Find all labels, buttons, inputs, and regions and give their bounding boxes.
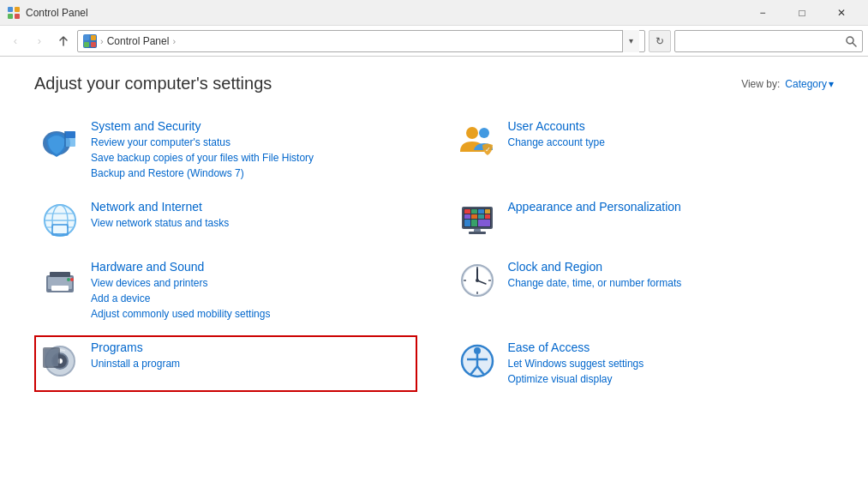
main-content: Adjust your computer's settings View by:… <box>0 57 868 500</box>
svg-rect-31 <box>464 214 470 219</box>
programs-link-1[interactable]: Uninstall a program <box>91 356 412 371</box>
programs-text: Programs Uninstall a program <box>91 340 412 371</box>
svg-point-44 <box>67 278 70 281</box>
user-accounts-text: User Accounts Change account type <box>508 119 829 150</box>
categories-grid: System and Security Review your computer… <box>34 114 834 392</box>
svg-rect-35 <box>464 220 470 226</box>
hardware-sound-link-2[interactable]: Add a device <box>91 291 412 306</box>
ease-of-access-text: Ease of Access Let Windows suggest setti… <box>508 340 829 387</box>
svg-rect-6 <box>84 42 89 47</box>
svg-rect-34 <box>485 214 490 219</box>
forward-button[interactable]: › <box>29 31 50 51</box>
path-separator: › <box>100 36 104 46</box>
hardware-sound-link-3[interactable]: Adjust commonly used mobility settings <box>91 306 412 322</box>
page-header: Adjust your computer's settings View by:… <box>34 74 834 93</box>
ease-of-access-link-2[interactable]: Optimize visual display <box>508 371 829 387</box>
minimize-button[interactable]: − <box>743 0 782 26</box>
view-by-value-text: Category <box>785 78 827 90</box>
clock-region-icon <box>457 260 498 301</box>
svg-rect-43 <box>51 286 69 291</box>
category-appearance[interactable]: Appearance and Personalization <box>452 195 835 246</box>
svg-rect-32 <box>471 214 477 219</box>
svg-rect-5 <box>91 35 96 40</box>
network-internet-link-1[interactable]: View network status and tasks <box>91 215 412 231</box>
address-icon <box>83 34 97 48</box>
system-security-icon <box>39 119 81 160</box>
svg-rect-2 <box>8 14 13 19</box>
system-security-title[interactable]: System and Security <box>91 119 412 133</box>
svg-point-14 <box>466 127 478 139</box>
page-title: Adjust your computer's settings <box>34 74 272 93</box>
system-security-text: System and Security Review your computer… <box>91 119 412 181</box>
user-accounts-icon: ✓ <box>457 119 498 160</box>
window-controls: − □ ✕ <box>743 0 861 26</box>
svg-point-64 <box>474 347 481 354</box>
svg-rect-12 <box>65 131 75 138</box>
close-button[interactable]: ✕ <box>822 0 861 26</box>
appearance-icon <box>457 200 498 241</box>
programs-icon <box>39 340 81 382</box>
programs-title[interactable]: Programs <box>91 340 412 354</box>
category-hardware-sound[interactable]: Hardware and Sound View devices and prin… <box>34 255 417 327</box>
category-network-internet[interactable]: Network and Internet View network status… <box>34 195 417 246</box>
svg-rect-33 <box>478 214 484 219</box>
network-internet-title[interactable]: Network and Internet <box>91 200 412 214</box>
ease-of-access-link-1[interactable]: Let Windows suggest settings <box>508 356 829 371</box>
svg-rect-61 <box>45 349 58 366</box>
category-programs[interactable]: Programs Uninstall a program <box>34 335 417 392</box>
clock-region-text: Clock and Region Change date, time, or n… <box>508 260 829 291</box>
svg-text:✓: ✓ <box>484 146 490 154</box>
svg-rect-29 <box>478 209 484 214</box>
clock-region-title[interactable]: Clock and Region <box>508 260 829 274</box>
svg-point-15 <box>479 128 489 138</box>
search-button[interactable] <box>840 31 862 51</box>
ease-of-access-icon <box>457 340 498 382</box>
svg-rect-37 <box>478 220 490 226</box>
path-separator-2: › <box>172 36 176 46</box>
hardware-sound-title[interactable]: Hardware and Sound <box>91 260 412 274</box>
category-user-accounts[interactable]: ✓ User Accounts Change account type <box>452 114 835 186</box>
system-security-link-1[interactable]: Review your computer's status <box>91 135 412 150</box>
user-accounts-title[interactable]: User Accounts <box>508 119 829 133</box>
svg-rect-42 <box>50 272 70 277</box>
hardware-sound-link-1[interactable]: View devices and printers <box>91 275 412 291</box>
view-by: View by: Category ▾ <box>741 78 834 90</box>
address-bar: ‹ › › Control Panel › ▾ ↻ <box>0 26 868 57</box>
ease-of-access-title[interactable]: Ease of Access <box>508 340 829 354</box>
svg-rect-39 <box>469 232 486 234</box>
category-system-security[interactable]: System and Security Review your computer… <box>34 114 417 186</box>
window-title: Control Panel <box>26 7 743 19</box>
up-button[interactable] <box>53 31 74 51</box>
view-by-dropdown[interactable]: Category ▾ <box>785 78 834 90</box>
clock-region-link-1[interactable]: Change date, time, or number formats <box>508 275 829 291</box>
system-security-link-2[interactable]: Save backup copies of your files with Fi… <box>91 150 412 166</box>
svg-rect-3 <box>15 14 20 19</box>
view-by-arrow: ▾ <box>829 78 834 90</box>
user-accounts-link-1[interactable]: Change account type <box>508 135 829 150</box>
system-security-link-3[interactable]: Backup and Restore (Windows 7) <box>91 166 412 181</box>
address-dropdown-button[interactable]: ▾ <box>622 30 639 52</box>
maximize-button[interactable]: □ <box>782 0 822 26</box>
svg-rect-36 <box>471 220 477 226</box>
hardware-sound-icon <box>39 260 81 301</box>
svg-rect-0 <box>8 7 13 12</box>
svg-rect-27 <box>464 209 470 214</box>
svg-rect-30 <box>485 209 490 214</box>
category-clock-region[interactable]: Clock and Region Change date, time, or n… <box>452 255 835 327</box>
appearance-title[interactable]: Appearance and Personalization <box>508 200 829 214</box>
network-internet-text: Network and Internet View network status… <box>91 200 412 231</box>
svg-rect-7 <box>91 42 96 47</box>
search-input[interactable] <box>675 35 840 47</box>
svg-point-50 <box>476 279 479 282</box>
category-ease-of-access[interactable]: Ease of Access Let Windows suggest setti… <box>452 335 835 392</box>
back-button[interactable]: ‹ <box>5 31 26 51</box>
svg-rect-4 <box>84 35 89 40</box>
svg-rect-28 <box>471 209 477 214</box>
title-bar: Control Panel − □ ✕ <box>0 0 868 26</box>
hardware-sound-text: Hardware and Sound View devices and prin… <box>91 260 412 322</box>
refresh-button[interactable]: ↻ <box>649 30 671 52</box>
network-internet-icon <box>39 200 81 241</box>
app-icon <box>7 6 21 20</box>
appearance-text: Appearance and Personalization <box>508 200 829 215</box>
address-path[interactable]: › Control Panel › ▾ <box>77 30 645 52</box>
